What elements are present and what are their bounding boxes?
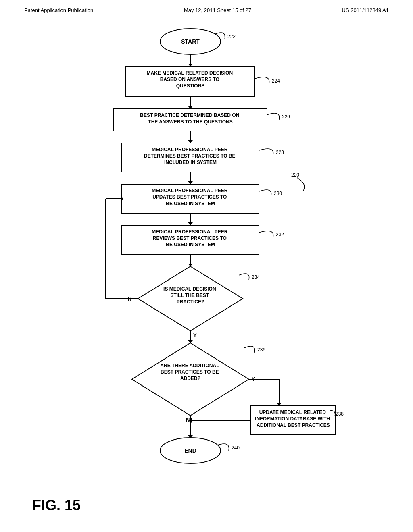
svg-marker-9 xyxy=(188,106,193,109)
page-header: Patent Application Publication May 12, 2… xyxy=(0,0,413,17)
svg-text:226: 226 xyxy=(282,114,290,120)
svg-text:UPDATE MEDICAL RELATED
      I: UPDATE MEDICAL RELATED INFORMATION DATAB… xyxy=(255,409,331,428)
header-middle: May 12, 2011 Sheet 15 of 27 xyxy=(184,7,251,13)
svg-text:238: 238 xyxy=(336,411,344,417)
svg-text:232: 232 xyxy=(276,232,284,237)
header-left: Patent Application Publication xyxy=(24,7,93,13)
svg-text:222: 222 xyxy=(227,34,236,39)
flowchart-diagram: START 222 MAKE MEDICAL RELATED DECISION … xyxy=(65,17,348,505)
svg-marker-4 xyxy=(188,64,193,66)
svg-marker-14 xyxy=(188,140,193,143)
svg-text:230: 230 xyxy=(274,191,282,196)
svg-marker-31 xyxy=(138,266,243,331)
svg-text:224: 224 xyxy=(272,78,280,84)
svg-text:START: START xyxy=(181,38,200,45)
svg-text:234: 234 xyxy=(252,274,260,280)
svg-marker-19 xyxy=(188,181,193,184)
svg-text:236: 236 xyxy=(257,347,265,353)
svg-text:220: 220 xyxy=(291,172,299,178)
svg-text:Y: Y xyxy=(193,332,197,338)
svg-text:N: N xyxy=(186,417,190,423)
svg-marker-49 xyxy=(277,403,282,406)
svg-marker-25 xyxy=(188,222,193,225)
svg-text:END: END xyxy=(184,447,196,454)
header-right: US 2011/112849 A1 xyxy=(342,7,389,13)
svg-text:240: 240 xyxy=(232,445,240,451)
page: Patent Application Publication May 12, 2… xyxy=(0,0,413,532)
svg-text:228: 228 xyxy=(276,150,284,155)
figure-label: FIG. 15 xyxy=(32,497,81,514)
